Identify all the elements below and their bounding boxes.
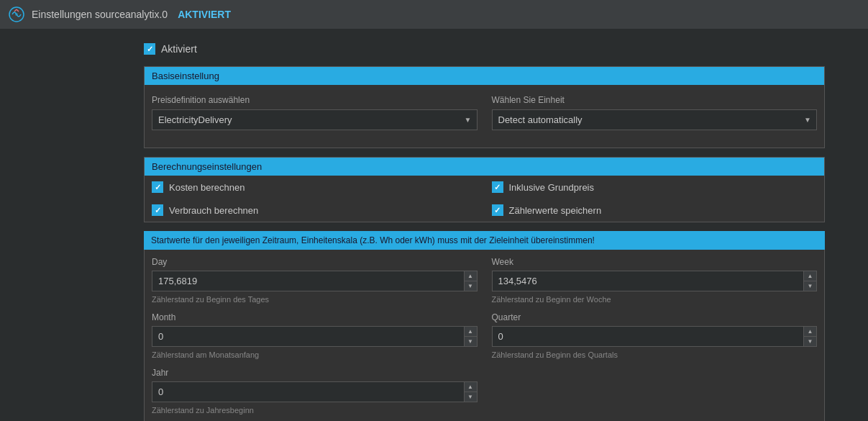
basiseinstellung-panel: Basiseinstellung Preisdefinition auswähl… bbox=[144, 66, 825, 148]
basiseinstellung-body: Preisdefinition auswählen ElectricityDel… bbox=[145, 85, 824, 148]
month-input-wrapper: ▲ ▼ bbox=[152, 326, 478, 347]
week-input-wrapper: ▲ ▼ bbox=[492, 271, 818, 291]
zaehler-item: Zählerwerte speichern bbox=[492, 204, 818, 216]
preisdefinition-label: Preisdefinition auswählen bbox=[152, 95, 478, 105]
quarter-label: Quarter bbox=[492, 312, 818, 322]
day-label: Day bbox=[152, 257, 478, 267]
aktiviert-row: Aktiviert bbox=[144, 43, 825, 55]
week-sublabel: Zählerstand zu Beginn der Woche bbox=[492, 295, 818, 304]
month-spinner-up[interactable]: ▲ bbox=[465, 327, 477, 336]
basiseinstellung-form-row: Preisdefinition auswählen ElectricityDel… bbox=[152, 95, 817, 130]
jahr-spinner-down[interactable]: ▼ bbox=[465, 392, 477, 402]
preisdefinition-group: Preisdefinition auswählen ElectricityDel… bbox=[152, 95, 478, 130]
week-spinner: ▲ ▼ bbox=[803, 271, 816, 291]
quarter-input-wrapper: ▲ ▼ bbox=[492, 326, 818, 347]
kosten-label: Kosten berechnen bbox=[169, 182, 245, 193]
jahr-group: Jahr ▲ ▼ Zählerstand zu Jahresbeginn bbox=[152, 368, 478, 415]
jahr-sublabel: Zählerstand zu Jahresbeginn bbox=[152, 406, 478, 415]
number-fields-section: Day ▲ ▼ Zählerstand zu Beginn des Tages … bbox=[144, 250, 825, 421]
jahr-input[interactable] bbox=[152, 382, 464, 402]
preisdefinition-select-wrapper: ElectricityDelivery ElectricityFeedIn Ga… bbox=[152, 109, 478, 130]
month-input[interactable] bbox=[152, 327, 464, 346]
quarter-group: Quarter ▲ ▼ Zählerstand zu Beginn des Qu… bbox=[492, 312, 818, 359]
zaehler-checkbox[interactable] bbox=[492, 204, 503, 216]
header-status: AKTIVIERT bbox=[178, 9, 231, 20]
kosten-item: Kosten berechnen bbox=[152, 181, 478, 193]
month-label: Month bbox=[152, 312, 478, 322]
verbrauch-item: Verbrauch berechnen bbox=[152, 204, 478, 216]
day-spinner-up[interactable]: ▲ bbox=[465, 271, 477, 281]
svg-line-2 bbox=[17, 9, 19, 12]
quarter-spinner-down[interactable]: ▼ bbox=[804, 337, 816, 346]
inklusive-label: Inklusive Grundpreis bbox=[509, 182, 595, 193]
berechnungseinstellungen-panel: Berechnungseinstellungen Kosten berechne… bbox=[144, 157, 825, 222]
einheit-select-wrapper: Detect automatically kWh Wh MWh ▼ bbox=[492, 109, 818, 130]
checkbox-row-1: Kosten berechnen Inklusive Grundpreis bbox=[145, 176, 824, 199]
kosten-checkbox[interactable] bbox=[152, 181, 163, 193]
jahr-input-wrapper: ▲ ▼ bbox=[152, 381, 478, 402]
quarter-input[interactable] bbox=[493, 327, 804, 346]
zaehler-label: Zählerwerte speichern bbox=[509, 205, 602, 216]
month-quarter-row: Month ▲ ▼ Zählerstand am Monatsanfang Qu… bbox=[152, 312, 817, 359]
info-banner: Startwerte für den jeweiligen Zeitraum, … bbox=[144, 231, 825, 250]
day-spinner-down[interactable]: ▼ bbox=[465, 281, 477, 291]
month-spinner: ▲ ▼ bbox=[464, 327, 477, 346]
svg-point-1 bbox=[15, 13, 18, 16]
day-input[interactable] bbox=[152, 271, 464, 291]
jahr-spinner-up[interactable]: ▲ bbox=[465, 382, 477, 391]
quarter-spinner-up[interactable]: ▲ bbox=[804, 327, 816, 336]
checkbox-row-2: Verbrauch berechnen Zählerwerte speicher… bbox=[145, 199, 824, 222]
inklusive-item: Inklusive Grundpreis bbox=[492, 181, 818, 193]
month-sublabel: Zählerstand am Monatsanfang bbox=[152, 350, 478, 359]
month-spinner-down[interactable]: ▼ bbox=[465, 337, 477, 346]
week-group: Week ▲ ▼ Zählerstand zu Beginn der Woche bbox=[492, 257, 818, 304]
svg-line-3 bbox=[14, 9, 17, 12]
week-spinner-down[interactable]: ▼ bbox=[804, 281, 816, 291]
jahr-row: Jahr ▲ ▼ Zählerstand zu Jahresbeginn bbox=[152, 368, 817, 415]
einheit-group: Wählen Sie Einheit Detect automatically … bbox=[492, 95, 818, 130]
quarter-sublabel: Zählerstand zu Beginn des Quartals bbox=[492, 350, 818, 359]
preisdefinition-select[interactable]: ElectricityDelivery ElectricityFeedIn Ga… bbox=[152, 109, 478, 130]
einheit-label: Wählen Sie Einheit bbox=[492, 95, 818, 105]
day-spinner: ▲ ▼ bbox=[464, 271, 477, 291]
einheit-select[interactable]: Detect automatically kWh Wh MWh bbox=[492, 109, 818, 130]
week-spinner-up[interactable]: ▲ bbox=[804, 271, 816, 281]
week-input[interactable] bbox=[493, 271, 804, 291]
week-label: Week bbox=[492, 257, 818, 267]
basiseinstellung-header: Basiseinstellung bbox=[145, 67, 824, 85]
quarter-spinner: ▲ ▼ bbox=[803, 327, 816, 346]
inklusive-checkbox[interactable] bbox=[492, 181, 503, 193]
day-group: Day ▲ ▼ Zählerstand zu Beginn des Tages bbox=[152, 257, 478, 304]
verbrauch-label: Verbrauch berechnen bbox=[169, 205, 258, 216]
jahr-spinner: ▲ ▼ bbox=[464, 382, 477, 402]
day-input-wrapper: ▲ ▼ bbox=[152, 271, 478, 291]
day-week-row: Day ▲ ▼ Zählerstand zu Beginn des Tages … bbox=[152, 257, 817, 304]
header-title: Einstellungen sourceanalytix.0 bbox=[32, 9, 168, 20]
month-group: Month ▲ ▼ Zählerstand am Monatsanfang bbox=[152, 312, 478, 359]
berechnungseinstellungen-header: Berechnungseinstellungen bbox=[145, 158, 824, 176]
aktiviert-label: Aktiviert bbox=[161, 43, 197, 55]
day-sublabel: Zählerstand zu Beginn des Tages bbox=[152, 295, 478, 304]
main-content: Aktiviert Basiseinstellung Preisdefiniti… bbox=[0, 29, 868, 421]
aktiviert-checkbox[interactable] bbox=[144, 43, 155, 55]
verbrauch-checkbox[interactable] bbox=[152, 204, 163, 216]
app-logo bbox=[9, 6, 24, 22]
header: Einstellungen sourceanalytix.0 AKTIVIERT bbox=[0, 0, 868, 29]
jahr-label: Jahr bbox=[152, 368, 478, 378]
